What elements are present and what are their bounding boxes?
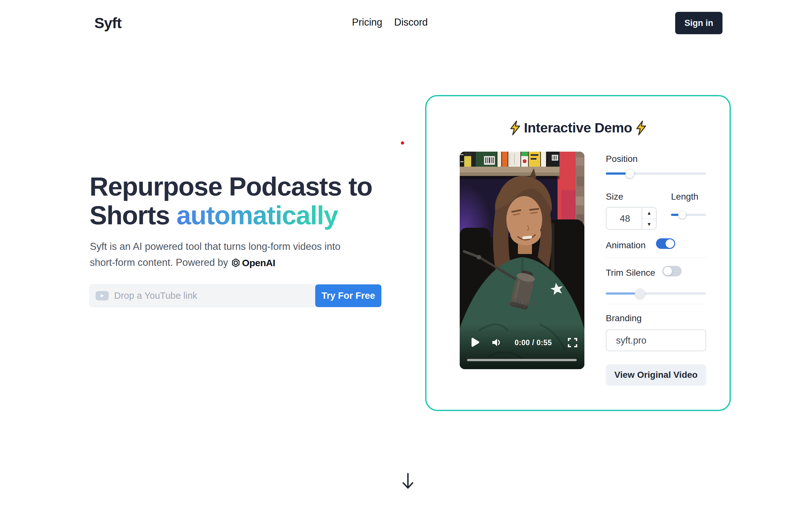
nav-pricing[interactable]: Pricing [352,17,382,28]
demo-controls-panel: Position Size Length ▲ ▼ Animation [606,154,706,387]
trim-silence-slider[interactable] [606,292,706,295]
lightning-icon [508,120,522,136]
hero-title-highlight: automatically [177,201,338,230]
cursor-dot [401,141,404,144]
length-slider[interactable] [671,214,706,216]
video-timestamp: 0:00 / 0:55 [511,338,556,347]
demo-title: Interactive Demo [524,120,632,136]
brick-wall [575,152,584,226]
openai-logo-icon [231,258,241,268]
animation-toggle[interactable] [656,238,675,249]
hero-subtitle: Syft is an AI powered tool that turns lo… [90,239,340,271]
size-decrement-button[interactable]: ▼ [642,218,656,229]
logo: Syft [94,14,122,32]
hero-title-line2-plain: Shorts [90,201,177,230]
lightning-icon [634,120,648,136]
bookshelf [460,152,560,179]
landing-page: Syft Pricing Discord Sign in Repurpose P… [0,0,812,508]
youtube-link-input[interactable] [113,285,332,306]
video-player[interactable]: syft.pro 0:00 / 0:55 [460,152,584,369]
trim-silence-toggle[interactable] [662,266,681,277]
size-stepper-buttons: ▲ ▼ [641,208,656,229]
sign-in-button[interactable]: Sign in [675,12,722,34]
size-increment-button[interactable]: ▲ [642,208,656,218]
size-label: Size [606,192,623,202]
hero-title-line1: Repurpose Podcasts to [90,172,372,201]
position-slider-thumb[interactable] [626,169,634,178]
trim-slider-thumb[interactable] [635,289,645,298]
hero-subtitle-line1: Syft is an AI powered tool that turns lo… [90,241,340,252]
position-slider[interactable] [606,172,706,175]
nav-discord[interactable]: Discord [394,17,428,28]
divider [606,258,706,258]
fullscreen-icon[interactable] [568,338,577,347]
demo-title-row: Interactive Demo [426,120,729,136]
branding-label: Branding [606,313,641,324]
youtube-icon [96,291,109,300]
branding-input[interactable] [606,330,706,351]
video-controls: 0:00 / 0:55 [460,336,584,350]
youtube-link-bar: Try For Free [90,284,381,307]
size-input[interactable] [607,208,643,230]
hero-subtitle-line2: short-form content. Powered by [90,257,228,268]
play-icon[interactable] [471,338,480,347]
try-for-free-button[interactable]: Try For Free [315,284,381,307]
view-original-video-button[interactable]: View Original Video [606,364,706,385]
openai-brand: OpenAI [231,255,275,271]
scroll-down-arrow-icon [400,472,415,490]
video-watermark: syft.pro [500,299,544,308]
hero-title: Repurpose Podcasts to Shorts automatical… [90,172,372,230]
openai-label: OpenAI [242,255,275,271]
interactive-demo-card: Interactive Demo [425,95,731,411]
animation-label: Animation [606,240,646,251]
volume-icon[interactable] [492,338,501,347]
length-label: Length [671,192,699,202]
size-stepper: ▲ ▼ [606,207,657,230]
position-label: Position [606,154,638,164]
video-progress-bar[interactable] [467,359,577,361]
length-slider-thumb[interactable] [679,211,686,218]
trim-silence-label: Trim Silence [606,268,655,278]
